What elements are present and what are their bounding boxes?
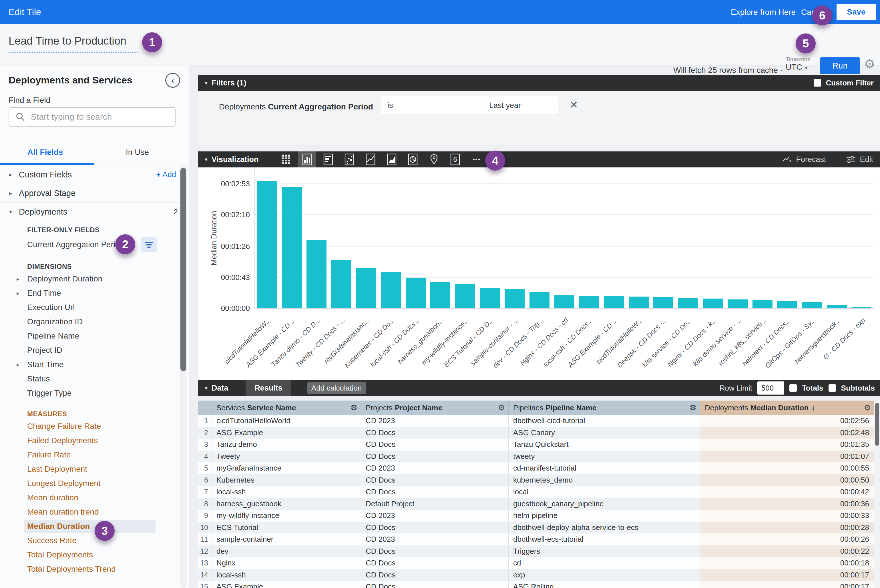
query-settings-gear-icon[interactable]: ⚙ bbox=[864, 58, 875, 70]
expander-icon[interactable]: ▸ bbox=[17, 276, 27, 282]
bar-nginx-cd-docs-cd[interactable] bbox=[554, 295, 575, 308]
field-project-id[interactable]: Project ID bbox=[0, 343, 189, 357]
viz-single-value-icon[interactable]: 6 bbox=[446, 152, 464, 167]
table-row-11[interactable]: 11sample-containerCD 2023dbothwell-ecs-t… bbox=[198, 533, 874, 545]
table-row-1[interactable]: 1cicdTutorialHelloWorldCD 2023dbothwell-… bbox=[198, 415, 874, 427]
measure-last-deployment[interactable]: Last Deployment bbox=[0, 462, 189, 476]
expander-icon[interactable]: ▸ bbox=[17, 362, 27, 368]
bar-gitops-gitops-sy[interactable] bbox=[802, 302, 822, 308]
table-row-7[interactable]: 7local-sshCD Docslocal00:00:42 bbox=[198, 486, 874, 498]
measure-mean-duration-trend[interactable]: Mean duration trend bbox=[0, 505, 189, 519]
viz-scatter-icon[interactable] bbox=[340, 152, 358, 167]
collapse-sidebar-button[interactable]: ‹ bbox=[165, 73, 180, 88]
filters-section-bar[interactable]: ▾ Filters (1) Custom Filter bbox=[198, 75, 880, 91]
field-search-box[interactable] bbox=[9, 107, 176, 127]
measure-median-duration[interactable]: Median Duration bbox=[0, 519, 189, 533]
gear-icon[interactable]: ⚙ bbox=[864, 403, 871, 412]
table-row-10[interactable]: 10ECS TutorialCD Docsdbothwell-deploy-al… bbox=[198, 522, 874, 534]
field-start-time[interactable]: ▸Start Time bbox=[0, 357, 189, 372]
expander-icon[interactable]: ▾ bbox=[9, 208, 19, 215]
bar-k8s-service-cd-do[interactable] bbox=[678, 298, 698, 308]
column-header-pipeline-name[interactable]: PipelinesPipeline Name⚙ bbox=[508, 400, 700, 415]
table-row-3[interactable]: 3Tanzu demoCD DocsTanzu Quickstart00:01:… bbox=[198, 439, 874, 451]
field-status[interactable]: Status bbox=[0, 372, 189, 386]
sidebar-group-deployments[interactable]: ▾Deployments2 bbox=[0, 202, 189, 221]
table-row-13[interactable]: 13NginxCD Docscd00:00:18 bbox=[198, 557, 874, 569]
table-row-4[interactable]: 4TweetyCD Docstweety00:01:07 bbox=[198, 451, 874, 463]
bar-tweety-cd-docs[interactable] bbox=[331, 260, 351, 308]
measure-success-rate[interactable]: Success Rate bbox=[0, 533, 189, 548]
visualization-section-bar[interactable]: ▾ Visualization 6 Forecast Edit bbox=[198, 152, 880, 167]
column-header-project-name[interactable]: ProjectsProject Name⚙ bbox=[361, 400, 508, 415]
bar-k8s-demo-service[interactable] bbox=[728, 299, 748, 308]
table-row-5[interactable]: 5myGrafanaInstanceCD 2023cd-manifest-tut… bbox=[198, 462, 874, 474]
subtotals-checkbox[interactable] bbox=[829, 384, 836, 392]
bar-cicdtutorialhellow[interactable] bbox=[629, 297, 649, 308]
gear-icon[interactable]: ⚙ bbox=[690, 403, 696, 412]
field-pipeline-name[interactable]: Pipeline Name bbox=[0, 329, 189, 343]
field-organization-id[interactable]: Organization ID bbox=[0, 315, 189, 329]
measure-mean-duration[interactable]: Mean duration bbox=[0, 490, 189, 505]
bar-dev-cd-docs-trig[interactable] bbox=[530, 292, 549, 308]
viz-pie-chart-icon[interactable] bbox=[404, 152, 422, 167]
table-row-14[interactable]: 14local-sshCD Docsexp00:00:17 bbox=[198, 569, 874, 581]
edit-viz-button[interactable]: Edit bbox=[846, 155, 873, 164]
field-deployment-duration[interactable]: ▸Deployment Duration bbox=[0, 272, 189, 286]
bar-asg-example-cd[interactable] bbox=[282, 187, 302, 308]
viz-area-chart-icon[interactable] bbox=[382, 152, 401, 167]
column-header-median-duration[interactable]: DeploymentsMedian Duration↓⚙ bbox=[700, 400, 874, 415]
viz-more-icon[interactable] bbox=[467, 152, 486, 167]
totals-checkbox[interactable] bbox=[789, 384, 797, 392]
viz-bar-chart-icon[interactable] bbox=[319, 152, 337, 167]
bar-mygrafanainstanc[interactable] bbox=[356, 268, 376, 308]
column-header-service-name[interactable]: ServicesService Name⚙ bbox=[212, 400, 361, 415]
bar-roshni-k8s-service[interactable] bbox=[752, 300, 773, 308]
table-scrollbar-thumb[interactable] bbox=[875, 403, 879, 446]
measure-total-deployments-trend[interactable]: Total Deployments Trend bbox=[0, 562, 189, 576]
field-trigger-type[interactable]: Trigger Type bbox=[0, 386, 189, 400]
expander-icon[interactable]: ▸ bbox=[17, 290, 27, 297]
bar-cd-docs-exp[interactable] bbox=[851, 307, 871, 308]
forecast-button[interactable]: Forecast bbox=[782, 155, 826, 164]
tab-all-fields[interactable]: All Fields bbox=[27, 148, 63, 157]
bar-sample-container[interactable] bbox=[505, 289, 525, 308]
add-custom-field-link[interactable]: + Add bbox=[156, 170, 176, 179]
bar-kubernetes-cd-do[interactable] bbox=[381, 272, 401, 308]
results-tab[interactable]: Results bbox=[245, 380, 291, 396]
bar-harness-guestboo[interactable] bbox=[430, 282, 450, 308]
bar-my-wildfly-instance[interactable] bbox=[455, 284, 475, 308]
table-row-9[interactable]: 9my-wildfly-instanceCD 2023helm-pipeline… bbox=[198, 510, 874, 522]
save-button[interactable]: Save bbox=[836, 4, 876, 20]
gear-icon[interactable]: ⚙ bbox=[498, 403, 505, 412]
measure-change-failure-rate[interactable]: Change Failure Rate bbox=[0, 419, 189, 434]
tab-in-use[interactable]: In Use bbox=[126, 148, 149, 157]
viz-line-chart-icon[interactable] bbox=[361, 152, 380, 167]
remove-filter-icon[interactable]: ✕ bbox=[570, 99, 578, 111]
bar-helmtest-cd-docs[interactable] bbox=[777, 301, 797, 308]
timezone-dropdown[interactable]: Timezone UTC▾ bbox=[786, 56, 811, 72]
viz-column-chart-icon[interactable] bbox=[298, 152, 316, 167]
sidebar-scrollbar-thumb[interactable] bbox=[181, 168, 186, 371]
table-row-15[interactable]: 15ASG ExampleCD DocsASG Rolling00:00:17 bbox=[198, 581, 874, 588]
search-input[interactable] bbox=[30, 112, 157, 122]
bar-local-ssh-cd-docs[interactable] bbox=[579, 296, 599, 308]
measure-failed-deployments[interactable]: Failed Deployments bbox=[0, 434, 189, 448]
filter-operator-select[interactable]: is bbox=[381, 96, 485, 115]
bar-ecs-tutorial-cd-d[interactable] bbox=[480, 288, 500, 308]
measure-total-deployments[interactable]: Total Deployments bbox=[0, 548, 189, 562]
bar-cicdtutorialhellow[interactable] bbox=[257, 181, 277, 308]
table-row-6[interactable]: 6KubernetesCD Docskubernetes_demo00:00:5… bbox=[198, 474, 874, 486]
filter-value-input[interactable]: Last year bbox=[483, 96, 558, 115]
field-end-time[interactable]: ▸End Time bbox=[0, 286, 189, 300]
bar-nginx-cd-docs-k[interactable] bbox=[703, 298, 723, 308]
tile-title-input[interactable]: Lead Time to Production bbox=[9, 35, 138, 52]
sidebar-group-approval-stage[interactable]: ▸Approval Stage bbox=[0, 184, 189, 202]
field-execution-url[interactable]: Execution Url bbox=[0, 300, 189, 315]
custom-filter-checkbox[interactable] bbox=[814, 79, 821, 87]
measure-longest-deployment[interactable]: Longest Deployment bbox=[0, 476, 189, 490]
expander-icon[interactable]: ▸ bbox=[9, 190, 19, 196]
bar-harnessguestbook[interactable] bbox=[827, 305, 847, 308]
row-limit-input[interactable] bbox=[757, 381, 784, 394]
field-current-aggregation-period[interactable]: Current Aggregation Period bbox=[0, 235, 189, 254]
measure-failure-rate[interactable]: Failure Rate bbox=[0, 448, 189, 462]
